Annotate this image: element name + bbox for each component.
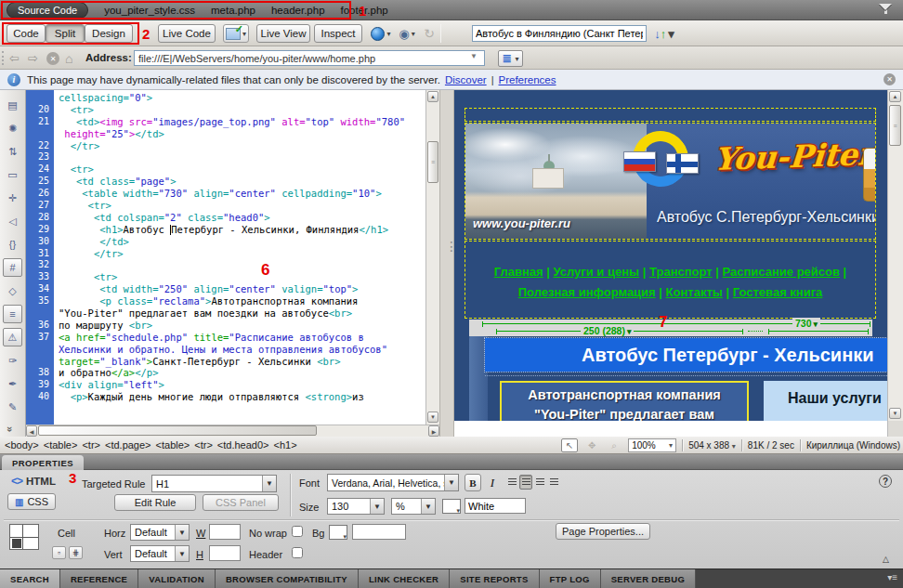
help-icon[interactable]: ?	[879, 475, 892, 488]
window-size-dropdown[interactable]: 504 x 388 ▾	[688, 440, 736, 451]
tag-selector-item[interactable]: <td.page>	[105, 439, 151, 451]
tag-selector-item[interactable]: <table>	[156, 439, 190, 451]
site-header-image[interactable]: You-Piter Автобус С.Петербург-Хельсинки …	[465, 123, 876, 240]
open-documents-icon[interactable]: ▤	[3, 96, 22, 114]
show-more-icon[interactable]: »	[5, 426, 16, 432]
targeted-rule-dropdown[interactable]: H1▼	[151, 475, 277, 492]
tag-selector-item[interactable]: <tr>	[82, 439, 100, 451]
code-navigator-icon[interactable]: ✺	[3, 119, 22, 137]
code-horizontal-scrollbar[interactable]: ◀ ▶	[26, 425, 439, 437]
italic-button[interactable]: I	[485, 475, 500, 491]
properties-tab[interactable]: PROPERTIES	[2, 455, 84, 470]
html-mode-button[interactable]: <>HTML	[11, 475, 56, 488]
close-infobar-icon[interactable]: ✕	[883, 73, 896, 85]
edit-rule-button[interactable]: Edit Rule	[114, 494, 196, 511]
bg-color-input[interactable]	[352, 524, 406, 540]
horz-dropdown[interactable]: Default▼	[130, 524, 190, 541]
source-code-tab[interactable]: Source Code	[7, 2, 88, 19]
panel-menu-icon[interactable]: ▾≡	[887, 572, 897, 582]
select-tool-button[interactable]: ↖	[561, 438, 578, 452]
css-mode-button[interactable]: ▥CSS	[7, 493, 56, 510]
home-icon[interactable]: ⌂	[65, 51, 72, 66]
scroll-down-icon[interactable]: ▼	[889, 408, 901, 419]
no-wrap-checkbox[interactable]	[292, 526, 303, 537]
collapse-selection-icon[interactable]: ▭	[3, 165, 22, 184]
split-view-button[interactable]: Split	[46, 24, 85, 43]
tag-selector-item[interactable]: <tr>	[194, 439, 213, 451]
preferences-link[interactable]: Preferences	[499, 74, 556, 85]
results-tab-site-reports[interactable]: SITE REPORTS	[450, 569, 539, 588]
line-numbers-icon[interactable]: #	[3, 258, 22, 277]
highlight-invalid-code-icon[interactable]: ◇	[3, 281, 22, 300]
site-nav-link[interactable]: Транспорт	[649, 265, 713, 279]
code-editor[interactable]: cellspacing="0">20 <tr>21 <td><img src="…	[26, 92, 425, 423]
scroll-up-icon[interactable]: ▲	[889, 91, 901, 102]
balance-braces-icon[interactable]: {}	[3, 235, 22, 254]
discover-link[interactable]: Discover	[445, 74, 487, 85]
site-nav-link[interactable]: Гостевая книга	[733, 285, 823, 299]
code-scroll-thumb[interactable]: ≡	[427, 141, 438, 183]
text-color-swatch[interactable]	[442, 499, 461, 514]
zoom-tool-button[interactable]: ⌕	[606, 438, 622, 452]
site-nav-link[interactable]: Контакты	[666, 285, 723, 299]
column-width-line-right[interactable]	[768, 331, 869, 332]
align-right-button[interactable]	[533, 475, 546, 490]
tag-selector-item[interactable]: <h1>	[274, 439, 297, 451]
cell-height-input[interactable]	[209, 545, 241, 561]
collapse-panel-icon[interactable]: △	[883, 555, 889, 564]
results-tab-link-checker[interactable]: LINK CHECKER	[359, 569, 450, 588]
align-left-button[interactable]	[505, 475, 518, 490]
address-input[interactable]	[134, 50, 485, 66]
tag-selector-item[interactable]: <table>	[44, 439, 78, 451]
site-nav-link[interactable]: Услуги и цены	[554, 265, 640, 279]
results-tab-ftp-log[interactable]: FTP LOG	[540, 569, 601, 588]
bg-color-swatch[interactable]	[329, 525, 347, 540]
code-view-button[interactable]: Code	[7, 24, 46, 43]
scroll-down-icon[interactable]: ▼	[427, 412, 438, 423]
design-vertical-scrollbar[interactable]: ▲ ≡ ▼	[887, 90, 903, 437]
live-code-button[interactable]: Live Code	[158, 24, 216, 43]
hand-tool-button[interactable]: ✥	[583, 438, 600, 452]
vert-dropdown[interactable]: Default▼	[130, 545, 190, 562]
column-width-250-label[interactable]: 250 (288)	[581, 325, 634, 336]
site-nav-link[interactable]: Расписание рейсов	[723, 265, 840, 279]
stop-icon[interactable]: ✕	[46, 52, 59, 65]
align-center-button[interactable]	[519, 475, 532, 490]
magnification-dropdown[interactable]: 100%▾	[628, 438, 676, 452]
promo-text-box[interactable]: Автотранспортная компания "You-Piter" пр…	[500, 381, 749, 421]
live-view-button[interactable]: Live View	[256, 24, 310, 43]
results-tab-validation[interactable]: VALIDATION	[138, 569, 216, 588]
file-management-button[interactable]: ↓↑▾	[650, 24, 678, 43]
design-view-button[interactable]: Design	[85, 24, 133, 43]
syntax-error-alerts-icon[interactable]: ⚠	[3, 328, 22, 346]
preview-in-browser-button[interactable]: ▾	[370, 24, 392, 43]
css-panel-button[interactable]: CSS Panel	[203, 494, 279, 511]
design-scroll-thumb[interactable]: ≡	[889, 105, 901, 146]
refresh-design-view-button[interactable]	[420, 24, 438, 43]
file-list-button[interactable]: ≣▾	[498, 50, 523, 67]
bold-button[interactable]: B	[465, 474, 481, 491]
services-header-box[interactable]: Наши услуги	[764, 381, 887, 421]
pane-splitter-handle[interactable]	[439, 90, 454, 437]
site-navigation-region[interactable]: Главная | Услуги и цены | Транспорт | Ра…	[465, 241, 876, 319]
remove-comment-icon[interactable]: ✒	[3, 374, 22, 393]
split-cell-button[interactable]: ⋕	[69, 546, 83, 559]
related-file-tab[interactable]: footer.php	[341, 5, 388, 16]
results-tab-reference[interactable]: REFERENCE	[60, 569, 138, 588]
design-view[interactable]: You-Piter Автобус С.Петербург-Хельсинки …	[454, 90, 887, 421]
editable-region-placeholder[interactable]	[465, 108, 876, 122]
back-arrow-icon[interactable]: ⇦	[9, 51, 20, 65]
apply-comment-icon[interactable]: ✑	[3, 351, 22, 370]
site-nav-link[interactable]: Главная	[494, 265, 543, 279]
merge-cells-button[interactable]: ▫	[52, 546, 66, 559]
related-file-tab[interactable]: header.php	[271, 5, 325, 16]
address-dropdown-icon[interactable]: ▼	[470, 52, 478, 60]
related-file-tab[interactable]: you_piter_style.css	[104, 5, 195, 16]
font-dropdown[interactable]: Verdana, Arial, Helvetica, sans-serif▼	[327, 474, 459, 491]
tag-selector-item[interactable]: <body>	[5, 439, 39, 451]
results-tab-search[interactable]: SEARCH	[0, 569, 60, 588]
cell-width-input[interactable]	[209, 524, 241, 540]
title-input[interactable]	[472, 25, 647, 42]
inspect-button[interactable]: Inspect	[314, 24, 362, 43]
related-file-tab[interactable]: meta.php	[211, 5, 255, 16]
